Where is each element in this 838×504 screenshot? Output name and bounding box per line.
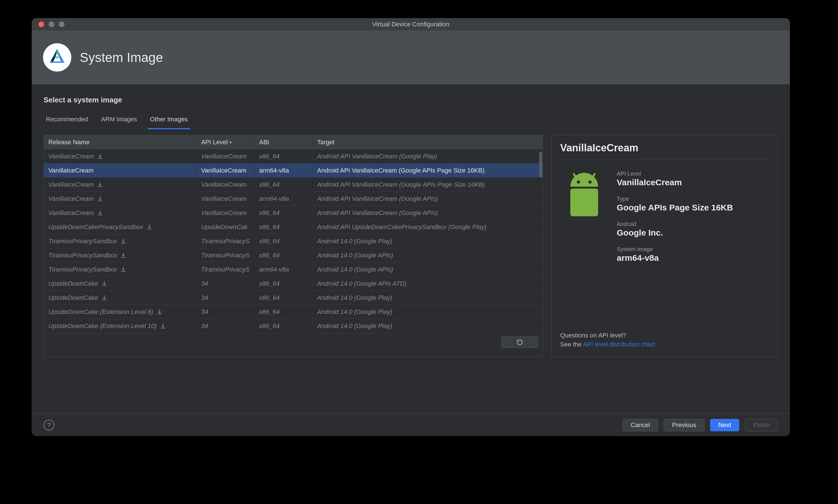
tab-arm-images[interactable]: ARM Images [99,113,139,129]
download-icon[interactable] [156,309,163,316]
cancel-button[interactable]: Cancel [622,419,658,431]
system-image-value: arm64-v8a [617,253,733,263]
table-footer [44,333,542,353]
android-label: Android [617,221,733,228]
cell-target: Android API UpsideDownCakePrivacySandbox… [313,220,542,234]
previous-button[interactable]: Previous [664,419,705,431]
table-row[interactable]: VanillaIceCreamVanillaIceCreamarm64-v8aA… [44,163,542,178]
tab-other-images[interactable]: Other Images [148,113,190,129]
cell-api: 34 [197,305,255,319]
download-icon[interactable] [101,294,108,301]
cell-release: VanillaIceCream [44,206,197,220]
android-robot-icon [560,170,608,263]
scrollbar-thumb[interactable] [539,152,542,177]
download-icon[interactable] [97,195,104,202]
table-row[interactable]: UpsideDownCake (Extension Level 8)34x86_… [44,305,542,319]
cell-abi: x86_64 [255,248,313,262]
android-value: Google Inc. [617,228,733,238]
table-row[interactable]: UpsideDownCakePrivacySandboxUpsideDownCa… [44,220,542,234]
images-table: Release Name API Level▾ ABI Target Vanil… [43,135,543,357]
cell-release: TiramisuPrivacySandbox [44,234,197,248]
cell-release: UpsideDownCake (Extension Level 8) [44,305,197,319]
svg-point-6 [588,180,592,183]
cell-release: TiramisuPrivacySandbox [44,248,197,262]
dialog-window: Virtual Device Configuration System Imag… [32,18,790,436]
help-button[interactable]: ? [43,420,54,430]
table-row[interactable]: UpsideDownCake (Extension Level 10)34x86… [44,319,542,333]
cell-release: VanillaIceCream [44,163,197,177]
cell-release: UpsideDownCake [44,276,197,290]
col-header-release[interactable]: Release Name [44,139,197,146]
cell-target: Android 14.0 (Google Play) [313,305,542,319]
content-area: Select a system image Recommended ARM Im… [32,84,790,414]
cell-release: VanillaIceCream [44,178,197,192]
cell-api: 34 [197,291,255,305]
table-row[interactable]: TiramisuPrivacySandboxTiramisuPrivacySar… [44,263,542,276]
table-row[interactable]: VanillaIceCreamVanillaIceCreamx86_64Andr… [44,149,542,163]
svg-point-0 [56,56,58,59]
section-title: Select a system image [43,95,790,104]
download-icon[interactable] [120,252,127,259]
table-row[interactable]: VanillaIceCreamVanillaIceCreamarm64-v8aA… [44,192,542,206]
svg-rect-1 [50,61,64,62]
type-value: Google APIs Page Size 16KB [617,203,733,212]
api-distribution-link[interactable]: API level distribution chart [583,341,655,348]
cell-abi: x86_64 [255,234,313,248]
sort-descending-icon: ▾ [229,140,231,145]
api-link-line: See the API level distribution chart [560,341,769,348]
table-body: VanillaIceCreamVanillaIceCreamx86_64Andr… [44,149,542,333]
col-header-api[interactable]: API Level▾ [197,139,255,146]
download-icon[interactable] [160,323,166,329]
cell-api: TiramisuPrivacyS [197,263,255,276]
table-row[interactable]: UpsideDownCake34x86_64Android 14.0 (Goog… [44,276,542,291]
cell-target: Android 14.0 (Google Play) [313,234,542,248]
cell-api: VanillaIceCream [197,149,255,163]
cell-target: Android 14.0 (Google APIs) [313,263,542,276]
cell-target: Android API VanillaIceCream (Google APIs… [313,206,542,220]
download-icon[interactable] [97,210,104,216]
api-level-value: VanillaIceCream [617,178,733,187]
col-header-abi[interactable]: ABI [255,139,313,146]
download-icon[interactable] [120,266,127,273]
cell-abi: arm64-v8a [255,263,313,276]
cell-api: TiramisuPrivacyS [197,248,255,262]
tabs: Recommended ARM Images Other Images [43,113,790,129]
col-header-target[interactable]: Target [313,139,542,146]
cell-api: UpsideDownCak [197,220,255,234]
cell-target: Android API VanillaIceCream (Google APIs… [313,178,542,192]
download-icon[interactable] [146,224,153,231]
cell-target: Android 14.0 (Google APIs ATD) [313,276,542,290]
titlebar: Virtual Device Configuration [32,18,790,31]
table-row[interactable]: VanillaIceCreamVanillaIceCreamx86_64Andr… [44,178,542,192]
cell-abi: x86_64 [255,206,313,220]
cell-release: UpsideDownCakePrivacySandbox [44,220,197,234]
cell-target: Android 14.0 (Google Play) [313,319,542,333]
android-studio-icon [43,43,71,72]
cell-api: 34 [197,319,255,333]
cell-target: Android 14.0 (Google APIs) [313,248,542,262]
tab-recommended[interactable]: Recommended [43,113,90,129]
next-button[interactable]: Next [710,419,739,431]
download-icon[interactable] [97,153,104,160]
cell-release: TiramisuPrivacySandbox [44,263,197,276]
cell-abi: x86_64 [255,220,313,234]
window-title: Virtual Device Configuration [32,21,790,28]
detail-title: VanillaIceCream [560,142,769,159]
cell-target: Android API VanillaIceCream (Google APIs… [313,163,542,177]
cell-abi: arm64-v8a [255,192,313,205]
download-icon[interactable] [101,280,108,287]
cell-abi: x86_64 [255,291,313,305]
cell-abi: x86_64 [255,276,313,290]
detail-panel: VanillaIceCream [551,135,778,357]
table-row[interactable]: UpsideDownCake34x86_64Android 14.0 (Goog… [44,291,542,305]
cell-abi: x86_64 [255,319,313,333]
refresh-button[interactable] [501,337,538,348]
table-row[interactable]: TiramisuPrivacySandboxTiramisuPrivacySx8… [44,234,542,248]
cell-api: VanillaIceCream [197,192,255,205]
table-row[interactable]: TiramisuPrivacySandboxTiramisuPrivacySx8… [44,248,542,263]
table-row[interactable]: VanillaIceCreamVanillaIceCreamx86_64Andr… [44,206,542,220]
download-icon[interactable] [120,238,127,245]
download-icon[interactable] [97,181,104,188]
cell-api: 34 [197,276,255,290]
cell-target: Android API VanillaIceCream (Google APIs… [313,192,542,205]
